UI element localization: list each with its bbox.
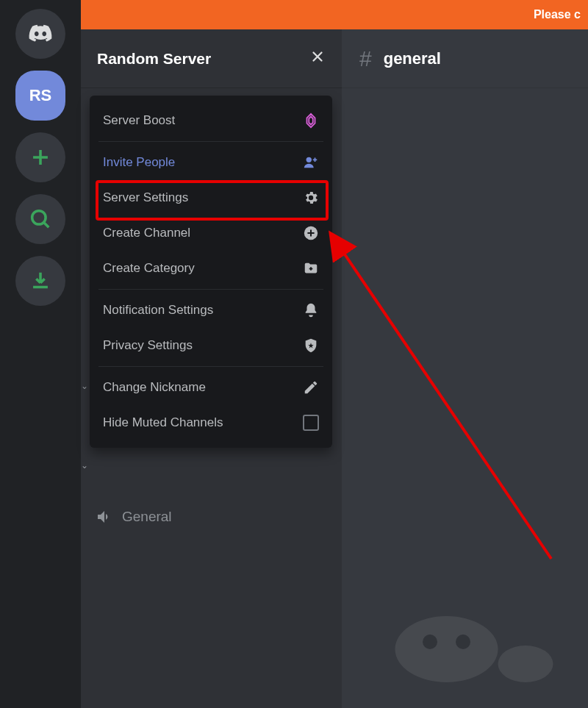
- invite-person-plus-icon: [303, 154, 319, 171]
- folder-plus-icon: [303, 260, 319, 276]
- pencil-icon: [303, 379, 319, 396]
- chat-channel-name: general: [384, 49, 441, 68]
- explore-servers-button[interactable]: [15, 194, 65, 244]
- menu-item-create-channel[interactable]: Create Channel: [90, 215, 332, 251]
- boost-gem-icon: [303, 112, 319, 129]
- menu-item-create-category[interactable]: Create Category: [90, 251, 332, 286]
- magnifier-icon: [28, 207, 53, 232]
- menu-item-notification-settings[interactable]: Notification Settings: [90, 293, 332, 328]
- menu-label: Create Channel: [103, 226, 190, 240]
- home-button[interactable]: [15, 9, 65, 59]
- download-apps-button[interactable]: [15, 256, 65, 306]
- bell-icon: [303, 302, 319, 318]
- chat-header: # general: [342, 29, 588, 88]
- checkbox-unchecked-icon: [303, 415, 319, 431]
- menu-item-change-nickname[interactable]: Change Nickname: [90, 370, 332, 405]
- chat-area: # general: [342, 29, 588, 708]
- menu-item-server-settings[interactable]: Server Settings: [90, 180, 332, 215]
- server-avatar-selected[interactable]: RS: [15, 71, 65, 121]
- server-header[interactable]: Random Server: [81, 29, 342, 88]
- menu-label: Server Boost: [103, 113, 175, 128]
- hash-icon: #: [359, 46, 372, 71]
- svg-point-8: [456, 634, 470, 649]
- voice-channel-label: General: [122, 509, 172, 525]
- menu-separator: [98, 366, 323, 367]
- menu-separator: [98, 289, 323, 290]
- menu-label: Invite People: [103, 155, 175, 170]
- notice-banner: Please c: [0, 0, 588, 29]
- menu-separator: [98, 141, 323, 142]
- shield-icon: [303, 337, 319, 354]
- menu-item-invite-people[interactable]: Invite People: [90, 145, 332, 180]
- close-icon[interactable]: [309, 49, 326, 68]
- channel-list: General: [96, 504, 342, 530]
- speaker-icon: [96, 508, 113, 526]
- svg-point-6: [498, 646, 553, 682]
- plus-icon: [28, 145, 53, 170]
- notice-banner-text: Please c: [534, 8, 581, 21]
- add-server-button[interactable]: [15, 132, 65, 182]
- gear-icon: [303, 190, 319, 206]
- menu-label: Create Category: [103, 261, 195, 276]
- category-chevron-icon: ⌄: [81, 381, 88, 391]
- svg-point-7: [423, 634, 437, 649]
- menu-label: Server Settings: [103, 190, 188, 205]
- menu-item-hide-muted-channels[interactable]: Hide Muted Channels: [90, 405, 332, 440]
- menu-label: Notification Settings: [103, 303, 213, 318]
- category-chevron-icon: ⌄: [81, 460, 88, 471]
- guild-sidebar: RS: [0, 0, 81, 708]
- server-dropdown-menu: Server Boost Invite People Server Settin…: [90, 96, 332, 448]
- discord-logo-icon: [28, 21, 53, 46]
- server-name-label: Random Server: [97, 50, 211, 68]
- voice-channel-item[interactable]: General: [96, 504, 342, 530]
- svg-point-1: [306, 157, 312, 162]
- plus-circle-icon: [303, 225, 319, 241]
- menu-label: Change Nickname: [103, 380, 206, 395]
- menu-item-server-boost[interactable]: Server Boost: [90, 103, 332, 138]
- menu-label: Privacy Settings: [103, 338, 193, 353]
- download-icon: [28, 268, 53, 293]
- menu-item-privacy-settings[interactable]: Privacy Settings: [90, 328, 332, 363]
- menu-label: Hide Muted Channels: [103, 415, 223, 430]
- server-avatar-initials: RS: [29, 86, 52, 105]
- wumpus-placeholder-icon: [382, 576, 566, 686]
- svg-point-5: [395, 616, 498, 682]
